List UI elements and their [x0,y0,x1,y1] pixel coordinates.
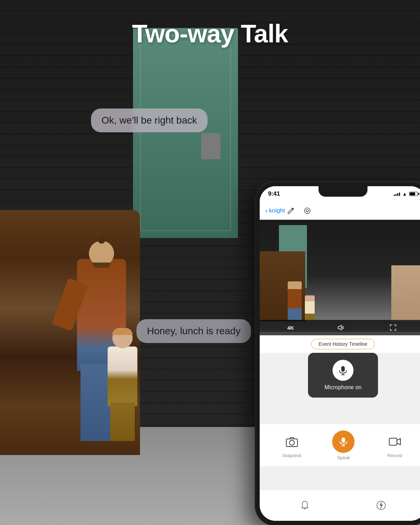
camera-child [305,295,315,320]
mic-tooltip: Microphone on [308,353,378,398]
record-button[interactable]: Record [386,433,404,458]
mailbox [201,133,220,159]
svg-marker-3 [338,325,341,330]
speech-bubble-bottom: Honey, lunch is ready [136,319,251,343]
quality-badge: 4K [287,325,294,331]
speech-bubble-top: Ok, we'll be right back [91,108,208,132]
battery-icon [409,192,418,196]
status-icons: ▲ [394,191,418,197]
child-head [112,328,133,348]
timeline-pill[interactable]: Event History Timeline [311,339,374,349]
svg-rect-4 [341,366,345,372]
mic-tooltip-text: Microphone on [324,384,362,391]
status-time: 9:41 [268,190,280,197]
child-hair [112,328,133,335]
snapshot-button[interactable]: Snapshot [282,433,301,458]
bottom-controls: Snapshot Speak [260,424,420,466]
speech-bubble-bottom-text: Honey, lunch is ready [147,326,240,336]
wifi-icon: ▲ [402,191,407,197]
mic-tooltip-icon [332,360,354,381]
adult-beard [93,262,110,268]
back-chevron-icon: ‹ [265,206,268,215]
bell-nav-button[interactable] [297,498,313,513]
lightning-nav-button[interactable] [373,498,389,513]
speak-button[interactable]: Speak [332,430,355,460]
main-title: Two-way Talk [0,19,420,48]
camera-figures [288,281,315,321]
bottom-nav [260,489,420,521]
signal-bar-3 [397,193,398,196]
fullscreen-button[interactable] [387,322,399,333]
nav-bar: ‹ knight [260,202,420,220]
settings-button[interactable] [302,205,313,216]
snapshot-label: Snapshot [282,453,301,458]
svg-point-8 [289,440,294,445]
battery-fill [410,192,415,195]
signal-bar-4 [399,192,400,196]
snapshot-icon [283,433,301,451]
edit-button[interactable] [285,205,296,216]
volume-button[interactable] [335,322,346,333]
child-body [108,346,138,406]
child-legs [110,402,135,441]
signal-bars-icon [394,192,400,196]
adult-hair-bun [98,236,105,244]
phone-screen: 9:41 ▲ ‹ knight [260,186,420,521]
signal-bar-1 [394,195,395,196]
speak-icon [332,430,355,453]
svg-rect-9 [342,438,345,443]
timeline-label: Event History Timeline [318,341,367,347]
nav-actions [285,205,313,216]
camera-feed [260,220,420,332]
adult-head [89,241,114,266]
record-label: Record [387,453,402,458]
nav-back-label: knight [269,207,285,214]
svg-marker-13 [397,439,400,445]
svg-point-1 [304,208,310,214]
people-area [42,196,175,441]
back-button[interactable]: ‹ knight [265,206,285,215]
camera-controls-bar: 4K [260,320,420,335]
record-icon [386,433,404,451]
phone-mockup: 9:41 ▲ ‹ knight [255,182,420,525]
camera-adult [288,281,302,320]
signal-bar-2 [396,194,397,196]
timeline-area: Event History Timeline [260,335,420,353]
svg-point-2 [306,210,308,212]
phone-notch [318,186,368,197]
camera-wall [391,265,420,321]
svg-rect-12 [389,438,397,445]
speak-label: Speak [337,455,350,460]
speech-bubble-top-text: Ok, we'll be right back [102,115,197,126]
